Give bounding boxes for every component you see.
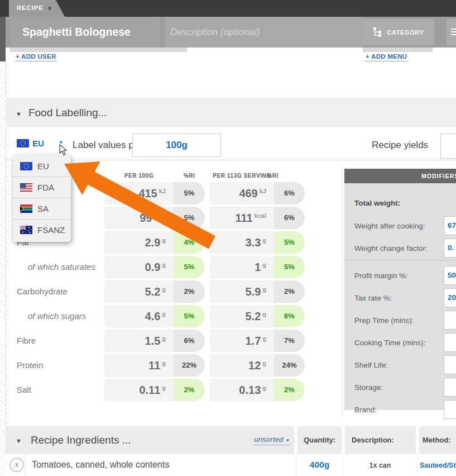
region-option-eu[interactable]: EU — [13, 156, 71, 177]
eu-flag — [20, 162, 32, 170]
recipe-name-input[interactable]: Spaghetti Bolognese — [10, 17, 160, 47]
ri-pill: 6% — [174, 330, 205, 352]
unit-label: g — [162, 237, 166, 244]
ri-pill: 6% — [274, 207, 305, 229]
food-labelling-title: Food Labelling... — [28, 107, 107, 118]
description-column-header: Description: — [352, 436, 394, 444]
modifier-field: Shelf Life: — [344, 354, 456, 376]
ri-pill: 5% — [274, 231, 305, 254]
modifier-field: Cooking Time (mins): — [344, 331, 456, 354]
modifiers-panel: MODIFIERS Total weight:Weight after cook… — [344, 169, 456, 410]
ingredient-quantity[interactable]: 400g — [297, 460, 342, 470]
sort-caret-icon: ▼ — [286, 438, 290, 443]
tab-recipe[interactable]: RECIPE x — [9, 0, 65, 17]
nutrition-row: of which sugars4.6g5%5.2g6% — [17, 305, 329, 327]
ingredient-method[interactable]: Sauteed/Stirred — [420, 461, 456, 469]
modifier-label: Shelf Life: — [354, 361, 388, 369]
modifier-label: Weight change factor: — [354, 244, 428, 253]
ingredient-name[interactable]: Tomatoes, canned, whole contents — [32, 460, 169, 470]
category-button[interactable]: CATEGORY — [363, 19, 434, 45]
modifier-input[interactable] — [444, 333, 456, 352]
modifier-label: Brand: — [354, 406, 377, 414]
ri-pill: 2% — [274, 379, 305, 401]
region-caret-icon[interactable]: ▼ — [59, 140, 64, 145]
ingredient-row: xTomatoes, canned, whole contents400g1x … — [6, 454, 456, 476]
add-menu-link[interactable]: + ADD MENU — [366, 53, 407, 61]
ri-pill: 5% — [174, 207, 205, 229]
modifier-input[interactable]: 50 — [444, 266, 456, 285]
divider — [6, 160, 456, 160]
nutrition-row: Fibre1.5g6%1.7g7% — [17, 330, 329, 352]
eu-flag — [17, 139, 29, 147]
modifier-input[interactable] — [444, 311, 456, 330]
unit-label: kcal — [255, 212, 266, 219]
panel-strip — [10, 47, 187, 52]
add-user-link[interactable]: + ADD USER — [16, 53, 56, 61]
nutrient-label: Protein — [17, 360, 44, 370]
south-africa-flag — [20, 204, 32, 213]
unit-label: kJ — [159, 188, 166, 194]
region-option-label: EU — [37, 161, 49, 171]
modifier-input[interactable]: 0. — [444, 239, 456, 258]
modifier-field: Weight change factor:0. — [344, 237, 456, 259]
nutrient-value: 4.6g — [104, 305, 174, 327]
ri-pill: 4% — [174, 231, 205, 254]
ri-pill: 5% — [174, 305, 205, 327]
unit-label: g — [262, 286, 266, 293]
ingredients-section-header: ▼ Recipe Ingredients ... unsorted▼ Quant… — [6, 426, 456, 454]
more-button[interactable] — [447, 19, 456, 45]
modifier-field: Tax rate %:20 — [344, 287, 456, 309]
region-option-fsanz[interactable]: FSANZ — [13, 219, 71, 240]
recipe-header: Spaghetti Bolognese Description (optiona… — [6, 17, 456, 47]
region-option-sa[interactable]: SA — [13, 198, 71, 219]
sort-dropdown[interactable]: unsorted▼ — [254, 435, 290, 445]
food-labelling-section-header[interactable]: ▼Food Labelling... — [6, 98, 456, 127]
collapse-icon[interactable]: ▼ — [16, 111, 22, 117]
remove-ingredient-button[interactable]: x — [9, 458, 24, 472]
column-divider — [416, 426, 419, 454]
nutrition-row: Protein11g22%12g24% — [17, 354, 329, 377]
modifier-input[interactable]: 67 — [444, 216, 456, 235]
tab-close-icon[interactable]: x — [48, 4, 51, 11]
nutrient-value: 5.9g — [210, 280, 274, 303]
region-option-fda[interactable]: FDA — [13, 177, 71, 198]
modifier-field: Brand: — [344, 398, 456, 421]
ingredient-description: 1x can — [344, 461, 416, 469]
nutrient-label: of which saturates — [28, 262, 95, 272]
ri-pill: 7% — [274, 330, 305, 352]
recipe-yields-input[interactable] — [440, 134, 456, 159]
method-column-header: Method: — [423, 436, 451, 444]
description-input[interactable]: Description (optional) — [165, 17, 363, 47]
nutrient-value: 11g — [104, 354, 174, 377]
nutrient-value: 2.9g — [104, 231, 174, 254]
panel-strip — [363, 47, 433, 52]
quantity-column-header: Quantity: — [297, 436, 342, 444]
nutrient-label: Carbohydrate — [17, 287, 68, 296]
modifier-input[interactable]: 20 — [444, 288, 456, 307]
modifiers-panel-header: MODIFIERS — [344, 169, 456, 183]
unit-label: g — [162, 286, 166, 293]
nutrient-value: 0.11g — [104, 379, 174, 401]
label-values-per-input[interactable]: 100g — [132, 134, 221, 157]
nutrient-value: 5.2g — [210, 305, 274, 327]
tab-recipe-label: RECIPE — [17, 4, 44, 11]
nutrient-value: 1.7g — [210, 330, 274, 352]
collapse-icon[interactable]: ▼ — [16, 437, 22, 444]
modifier-input[interactable] — [444, 355, 456, 374]
nutrition-row: Salt0.11g2%0.13g2% — [17, 379, 329, 401]
region-dropdown: EUFDASAFSANZ — [13, 154, 71, 242]
col-header-ri1: %RI — [174, 173, 205, 179]
nutrient-value: 1.5g — [104, 330, 174, 352]
ri-pill: 2% — [174, 379, 205, 401]
nutrient-label: Fibre — [17, 336, 36, 345]
modifier-label: Cooking Time (mins): — [354, 339, 426, 347]
region-selector[interactable]: EU — [32, 139, 44, 148]
divider — [417, 454, 418, 476]
modifier-input[interactable] — [444, 378, 456, 397]
modifier-input[interactable] — [444, 400, 456, 419]
unit-label: g — [162, 384, 166, 391]
nutrition-row: Carbohydrate5.2g2%5.9g2% — [17, 280, 329, 303]
ri-pill: 2% — [174, 280, 205, 303]
nutrient-label: Salt — [17, 385, 31, 394]
nutrient-value: 5.2g — [104, 280, 174, 303]
